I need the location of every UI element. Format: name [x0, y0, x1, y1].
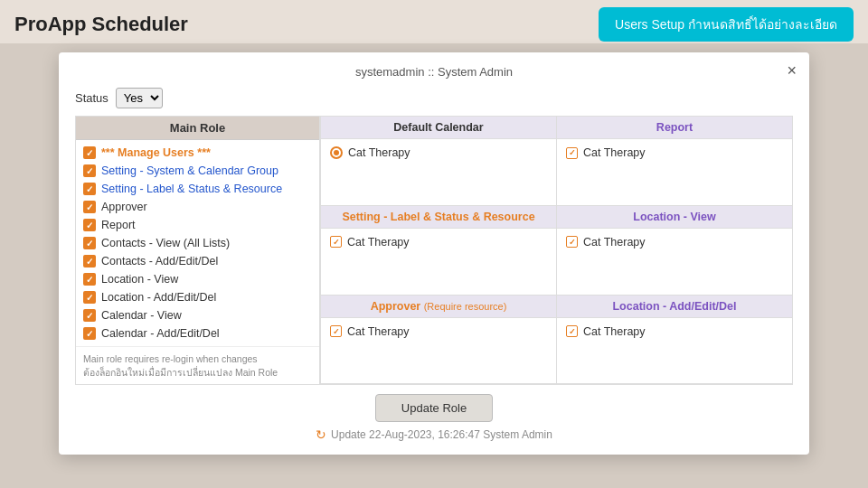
- role-label: Calendar - Add/Edit/Del: [101, 327, 220, 340]
- role-label: Setting - System & Calendar Group: [101, 164, 278, 177]
- update-info-text: Update 22-Aug-2023, 16:26:47 System Admi…: [331, 428, 552, 441]
- status-select[interactable]: Yes No: [116, 88, 163, 108]
- checkbox-icon: [83, 201, 96, 213]
- setting-label-header: Setting - Label & Status & Resource: [321, 206, 556, 229]
- checkbox-icon: [83, 237, 96, 249]
- role-label: Calendar - View: [101, 309, 182, 322]
- role-label: Approver: [101, 201, 147, 213]
- sync-icon: ↻: [316, 427, 326, 442]
- checkbox-icon: [83, 255, 96, 267]
- therapy-item[interactable]: Cat Therapy: [330, 325, 547, 338]
- checkbox-icon: [83, 219, 96, 231]
- report-cell: Report Cat Therapy: [556, 117, 792, 206]
- checkbox-small-icon: [566, 147, 578, 159]
- modal-system-user: systemadmin :: System Admin: [75, 65, 793, 79]
- therapy-item[interactable]: Cat Therapy: [566, 325, 783, 338]
- therapy-label: Cat Therapy: [583, 236, 646, 249]
- default-calendar-cell: Default Calendar Cat Therapy: [320, 117, 556, 206]
- content-grid: Main Role *** Manage Users *** Setting -…: [75, 116, 793, 385]
- modal-overlay: × systemadmin :: System Admin Status Yes…: [0, 43, 868, 488]
- therapy-item[interactable]: Cat Therapy: [330, 146, 547, 159]
- role-label: *** Manage Users ***: [101, 146, 211, 159]
- radio-icon: [330, 146, 343, 159]
- role-item[interactable]: Setting - System & Calendar Group: [76, 162, 319, 180]
- left-panel: Main Role *** Manage Users *** Setting -…: [76, 117, 320, 384]
- modal: × systemadmin :: System Admin Status Yes…: [59, 52, 809, 455]
- therapy-item[interactable]: Cat Therapy: [566, 236, 783, 249]
- checkbox-icon: [83, 309, 96, 322]
- checkbox-small-icon: [330, 236, 342, 248]
- checkbox-icon: [83, 273, 96, 286]
- update-role-button[interactable]: Update Role: [375, 394, 493, 422]
- setting-label-content: Cat Therapy: [321, 229, 556, 256]
- location-add-header: Location - Add/Edit/Del: [557, 296, 792, 318]
- default-calendar-content: Cat Therapy: [321, 139, 556, 166]
- role-item[interactable]: Calendar - Add/Edit/Del: [76, 324, 319, 343]
- checkbox-small-icon: [330, 325, 342, 337]
- approver-header: Approver (Require resource): [321, 296, 556, 318]
- role-item[interactable]: Calendar - View: [76, 306, 319, 324]
- location-view-header: Location - View: [557, 206, 792, 229]
- checkbox-icon: [83, 146, 96, 159]
- top-bar: ProApp Scheduler Users Setup กำหนดสิทธิ์…: [0, 0, 868, 49]
- app-title: ProApp Scheduler: [14, 13, 188, 36]
- role-label: Location - View: [101, 273, 178, 286]
- approver-content: Cat Therapy: [321, 318, 556, 345]
- main-role-header: Main Role: [76, 117, 319, 140]
- checkbox-icon: [83, 327, 96, 340]
- users-setup-button[interactable]: Users Setup กำหนดสิทธิ์ได้อย่างละเอียด: [599, 7, 854, 42]
- role-label: Setting - Label & Status & Resource: [101, 183, 282, 195]
- therapy-label: Cat Therapy: [347, 236, 410, 249]
- approver-cell: Approver (Require resource) Cat Therapy: [320, 296, 556, 385]
- role-item[interactable]: Contacts - View (All Lists): [76, 234, 319, 252]
- status-row: Status Yes No: [75, 88, 793, 108]
- role-item[interactable]: Location - View: [76, 270, 319, 288]
- role-label: Contacts - View (All Lists): [101, 237, 230, 249]
- therapy-label: Cat Therapy: [583, 325, 646, 338]
- footnote-line1: Main role requires re-login when changes: [83, 352, 312, 366]
- location-view-content: Cat Therapy: [557, 229, 792, 256]
- location-add-content: Cat Therapy: [557, 318, 792, 345]
- therapy-item[interactable]: Cat Therapy: [566, 146, 783, 159]
- role-item[interactable]: *** Manage Users ***: [76, 144, 319, 162]
- checkbox-small-icon: [566, 325, 578, 337]
- therapy-label: Cat Therapy: [347, 325, 410, 338]
- modal-close-button[interactable]: ×: [787, 61, 797, 80]
- role-label: Contacts - Add/Edit/Del: [101, 255, 218, 267]
- footnote-line2: ต้องล็อกอินใหม่เมื่อมีการเปลี่ยนแปลง Mai…: [83, 366, 312, 380]
- checkbox-icon: [83, 291, 96, 304]
- therapy-label: Cat Therapy: [348, 146, 410, 159]
- report-header: Report: [557, 117, 792, 139]
- role-list: *** Manage Users *** Setting - System & …: [76, 140, 319, 346]
- report-content: Cat Therapy: [557, 139, 792, 166]
- role-item[interactable]: Contacts - Add/Edit/Del: [76, 252, 319, 270]
- therapy-item[interactable]: Cat Therapy: [330, 236, 547, 249]
- location-add-cell: Location - Add/Edit/Del Cat Therapy: [556, 296, 792, 385]
- role-item[interactable]: Location - Add/Edit/Del: [76, 288, 319, 306]
- role-item[interactable]: Approver: [76, 198, 319, 216]
- footnote: Main role requires re-login when changes…: [76, 346, 319, 384]
- checkbox-small-icon: [566, 236, 578, 248]
- right-panels: Default Calendar Cat Therapy Report Cat …: [320, 117, 792, 384]
- role-item[interactable]: Report: [76, 216, 319, 234]
- default-calendar-header: Default Calendar: [321, 117, 556, 139]
- location-view-cell: Location - View Cat Therapy: [556, 206, 792, 296]
- therapy-label: Cat Therapy: [583, 146, 646, 159]
- role-label: Location - Add/Edit/Del: [101, 291, 216, 304]
- role-item[interactable]: Setting - Label & Status & Resource: [76, 180, 319, 198]
- checkbox-icon: [83, 183, 96, 195]
- setting-label-cell: Setting - Label & Status & Resource Cat …: [320, 206, 556, 296]
- checkbox-icon: [83, 164, 96, 177]
- bottom-area: Update Role ↻ Update 22-Aug-2023, 16:26:…: [75, 394, 793, 442]
- status-label: Status: [75, 91, 108, 105]
- update-info: ↻ Update 22-Aug-2023, 16:26:47 System Ad…: [316, 427, 552, 442]
- role-label: Report: [101, 219, 136, 231]
